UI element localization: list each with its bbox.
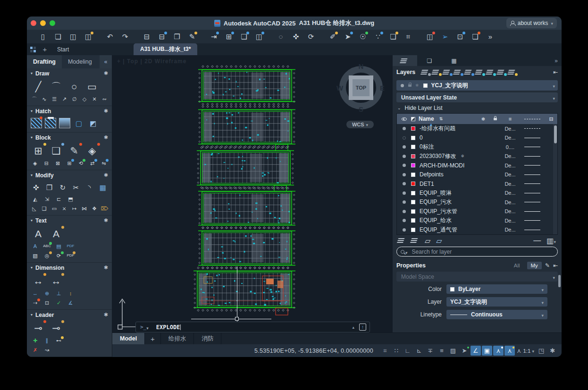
copy-tool[interactable]: ❐ bbox=[44, 181, 54, 193]
autoscale-toggle[interactable]: ⋏ bbox=[504, 346, 515, 356]
chamfer-tool[interactable]: ◺ bbox=[31, 205, 38, 212]
layer-linetype-cell[interactable] bbox=[520, 202, 545, 202]
polygon-tool[interactable]: ◇ bbox=[81, 95, 88, 103]
layer-color-swatch[interactable] bbox=[411, 136, 415, 140]
edit-properties-icon[interactable]: ✎ bbox=[545, 262, 550, 269]
extrude-3d-tool[interactable]: ⬒ bbox=[66, 195, 75, 203]
compass-east[interactable]: E bbox=[378, 84, 387, 92]
maximize-button[interactable] bbox=[50, 20, 55, 26]
create-block-tool[interactable]: ❏ bbox=[49, 143, 64, 158]
spline-tool[interactable]: ∿ bbox=[41, 95, 48, 103]
block-sync-tool[interactable]: ⟲ bbox=[76, 159, 85, 167]
layer-color-swatch[interactable] bbox=[411, 200, 415, 204]
layer-edit-icon[interactable] bbox=[433, 69, 440, 75]
scale-tool[interactable]: ⇲ bbox=[42, 195, 51, 203]
layer-linetype-cell[interactable] bbox=[520, 147, 545, 147]
auto-hide-icon[interactable]: ⇤ bbox=[553, 69, 558, 75]
layer-name-cell[interactable]: DET1 bbox=[411, 181, 501, 187]
layer-visibility-toggle[interactable] bbox=[397, 191, 411, 195]
circle-tool[interactable]: ○ bbox=[67, 79, 82, 93]
solid-fill-tool[interactable]: ◩ bbox=[87, 117, 99, 129]
grid-display-toggle[interactable]: ⌗ bbox=[380, 346, 390, 356]
tab-start[interactable]: Start bbox=[50, 43, 106, 55]
search-input[interactable] bbox=[411, 248, 554, 256]
gear-icon[interactable]: ✱ bbox=[104, 265, 108, 271]
layer-row[interactable]: DET1De... bbox=[397, 179, 557, 189]
layer-color-swatch[interactable] bbox=[411, 154, 415, 158]
fillet-tool[interactable]: ◝ bbox=[84, 181, 94, 193]
layer-freeze-icon[interactable] bbox=[476, 69, 484, 75]
layer-color-swatch[interactable] bbox=[411, 209, 415, 214]
section-header-block[interactable]: ▾Block✱ bbox=[27, 133, 112, 142]
annotation-visibility-toggle[interactable]: ⋏ bbox=[493, 346, 504, 356]
property-layer-dropdown[interactable]: YCJ_文字说明 bbox=[446, 297, 547, 307]
layer-visibility-toggle[interactable] bbox=[397, 164, 411, 167]
wcs-selector[interactable]: WCS bbox=[346, 121, 374, 128]
multiline-tool[interactable]: ☰ bbox=[51, 95, 58, 103]
command-line[interactable]: >_ EXPLODE ▴ ↑ bbox=[135, 322, 370, 332]
layer-color-swatch[interactable] bbox=[411, 126, 415, 131]
spell-check-tool[interactable]: ABC bbox=[42, 242, 51, 250]
arc-tool[interactable]: ⌒ bbox=[49, 79, 64, 93]
layer-visibility-toggle[interactable] bbox=[397, 127, 411, 130]
customization-toggle[interactable]: ✱ bbox=[547, 346, 558, 356]
section-header-dimension[interactable]: ▾Dimension✱ bbox=[27, 263, 112, 273]
save-as-icon[interactable]: ◫ bbox=[84, 32, 93, 41]
layer-name-cell[interactable]: EQUIP_给水 bbox=[411, 216, 501, 224]
layer-lineweight-cell[interactable]: 0.... bbox=[501, 144, 520, 150]
multiline-text-tool[interactable]: A bbox=[31, 226, 46, 241]
import-pdf-tool[interactable]: PDF bbox=[66, 252, 75, 259]
layer-visibility-toggle[interactable] bbox=[397, 182, 411, 185]
layer-name-cell[interactable]: EQUIP_污水 bbox=[411, 198, 501, 206]
text-style-tool[interactable]: ▤ bbox=[54, 242, 63, 250]
export-file-icon[interactable]: ⊞ bbox=[224, 32, 234, 41]
tab-fire-layout[interactable]: 消防 bbox=[194, 333, 221, 344]
command-history-expand[interactable]: ▴ bbox=[352, 325, 354, 330]
layer-row[interactable]: EQUIP_给水De... bbox=[397, 216, 557, 225]
layer-linetype-cell[interactable] bbox=[520, 128, 545, 129]
dimension-break-tool[interactable]: ⊥ bbox=[54, 290, 63, 297]
layer-lineweight-cell[interactable]: De... bbox=[501, 153, 520, 159]
gear-icon[interactable]: ✱ bbox=[104, 134, 108, 141]
minimize-button[interactable] bbox=[40, 20, 46, 26]
layer-row[interactable]: ARCH-DIM-MODIDe... bbox=[397, 161, 557, 170]
layer-linetype-cell[interactable] bbox=[520, 174, 545, 175]
multileader-tool[interactable]: ⊸ bbox=[31, 321, 46, 335]
block-replace-tool[interactable]: ⇄ bbox=[88, 159, 96, 167]
hide-layer-list-toggle[interactable]: ⌄ Hide Layer List bbox=[393, 102, 562, 113]
find-text-tool[interactable]: ◎ bbox=[42, 252, 51, 259]
lock-column-header[interactable] bbox=[489, 118, 501, 120]
tab-active-document[interactable]: A31 HUB...排水_t3* bbox=[134, 43, 197, 55]
dimension-tool[interactable]: ↔ bbox=[31, 274, 46, 288]
section-header-hatch[interactable]: ▾Hatch✱ bbox=[27, 106, 112, 116]
layer-color-swatch[interactable] bbox=[411, 145, 415, 149]
layer-linetype-cell[interactable] bbox=[520, 230, 545, 230]
layer-visibility-toggle[interactable] bbox=[397, 219, 411, 222]
command-input[interactable]: EXPLODE bbox=[156, 324, 180, 331]
section-header-leader[interactable]: ▾Leader✱ bbox=[27, 310, 112, 320]
save-icon[interactable]: ◫ bbox=[68, 32, 78, 41]
layer-row[interactable]: DefpointsDe... bbox=[397, 170, 557, 180]
new-drawing-tab-button[interactable]: + bbox=[39, 43, 50, 55]
plot-style-edit-icon[interactable]: ✎ bbox=[187, 32, 197, 41]
layer-linetype-cell[interactable] bbox=[520, 156, 545, 157]
tab-model[interactable]: Model bbox=[112, 333, 145, 344]
layer-row[interactable]: 0De... bbox=[397, 133, 557, 143]
edit-settings-icon[interactable]: ✐ bbox=[328, 32, 337, 41]
layer-linetype-cell[interactable] bbox=[520, 183, 545, 184]
continue-dimension-tool[interactable]: ⇢ bbox=[31, 299, 40, 307]
layer-lineweight-cell[interactable]: De... bbox=[501, 227, 520, 232]
layer-visibility-toggle[interactable] bbox=[397, 145, 411, 149]
isometric-drafting-toggle[interactable]: ∓ bbox=[425, 346, 436, 356]
name-column-header[interactable]: Name ⇅ bbox=[411, 116, 477, 122]
layer-unisolate-icon[interactable] bbox=[465, 69, 473, 75]
redo-icon[interactable]: ↷ bbox=[120, 32, 130, 41]
linetype-column-header[interactable] bbox=[520, 119, 545, 119]
layer-lineweight-cell[interactable]: De... bbox=[501, 208, 520, 214]
section-header-modify[interactable]: ▾Modify✱ bbox=[27, 170, 112, 180]
remove-leader-tool[interactable]: ✗ bbox=[31, 346, 40, 354]
viewport-controls[interactable]: + | Top | 2D Wireframe bbox=[117, 58, 186, 65]
annotate-doc-icon[interactable]: ❏ bbox=[388, 32, 398, 41]
layer-settings-button[interactable] bbox=[412, 238, 419, 243]
text-underline-tool[interactable]: A bbox=[31, 242, 40, 250]
